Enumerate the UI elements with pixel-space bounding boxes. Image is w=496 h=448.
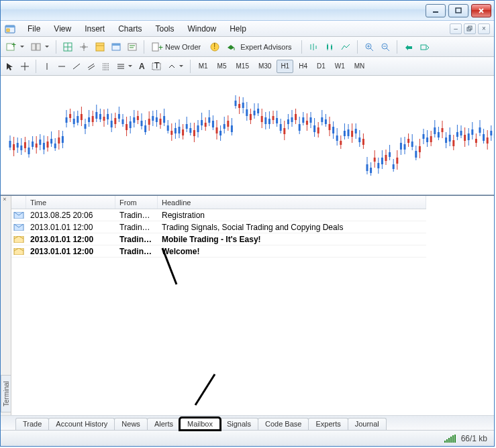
cursor-button[interactable] — [3, 59, 17, 74]
text-button[interactable]: A — [136, 59, 148, 74]
menu-insert[interactable]: Insert — [78, 21, 111, 36]
svg-rect-11 — [32, 44, 36, 50]
column-from[interactable]: From — [115, 196, 158, 209]
minimize-button[interactable] — [426, 4, 446, 17]
cell-time: 2013.01.01 12:00 — [26, 247, 115, 256]
svg-rect-257 — [374, 158, 376, 162]
tab-mailbox[interactable]: Mailbox — [180, 418, 220, 430]
mdi-restore-button[interactable] — [464, 23, 476, 34]
timeframe-mn[interactable]: MN — [350, 60, 369, 73]
candlestick-chart — [6, 77, 489, 194]
chart-shift-button[interactable] — [417, 40, 432, 54]
envelope-icon — [14, 236, 23, 243]
svg-rect-26 — [152, 43, 158, 51]
text-label-button[interactable]: T — [149, 59, 164, 74]
svg-rect-183 — [235, 101, 237, 106]
column-time[interactable]: Time — [26, 196, 115, 209]
svg-rect-177 — [224, 124, 226, 129]
svg-rect-167 — [205, 123, 207, 127]
crosshair-button[interactable] — [18, 59, 32, 74]
svg-rect-153 — [179, 127, 181, 133]
timeframe-m30[interactable]: M30 — [254, 60, 275, 73]
mdi-close-button[interactable]: × — [478, 23, 490, 34]
svg-rect-115 — [107, 114, 109, 119]
column-headline[interactable]: Headline — [158, 196, 426, 209]
expert-advisors-button[interactable]: Expert Advisors — [224, 40, 297, 54]
timeframe-w1[interactable]: W1 — [331, 60, 349, 73]
menu-help[interactable]: Help — [223, 21, 253, 36]
terminal-close-button[interactable]: × — [1, 197, 8, 203]
svg-rect-79 — [39, 139, 41, 145]
svg-rect-99 — [77, 116, 79, 123]
svg-rect-301 — [456, 132, 458, 137]
auto-scroll-button[interactable] — [401, 40, 416, 54]
menu-view[interactable]: View — [47, 21, 78, 36]
svg-rect-163 — [197, 125, 199, 132]
table-row[interactable]: 2013.08.25 20:06Trading ...Registration — [11, 209, 426, 221]
zoom-out-button[interactable] — [378, 40, 393, 54]
vertical-line-button[interactable] — [40, 59, 54, 74]
svg-rect-123 — [122, 119, 124, 124]
svg-rect-157 — [186, 124, 188, 129]
timeframe-m15[interactable]: M15 — [232, 60, 252, 73]
svg-text:!: ! — [213, 42, 215, 51]
market-watch-button[interactable] — [60, 40, 75, 54]
svg-rect-307 — [468, 133, 470, 140]
timeframe-d1[interactable]: D1 — [313, 60, 330, 73]
tab-code-base[interactable]: Code Base — [258, 418, 309, 430]
maximize-button[interactable] — [448, 4, 468, 17]
svg-rect-219 — [302, 117, 304, 123]
arrows-button[interactable] — [165, 59, 186, 74]
menu-file[interactable]: File — [21, 21, 47, 36]
line-chart-button[interactable] — [338, 40, 353, 54]
close-button[interactable] — [471, 4, 491, 17]
timeframe-m1[interactable]: M1 — [195, 60, 212, 73]
tab-alerts[interactable]: Alerts — [147, 418, 181, 430]
candle-chart-button[interactable] — [322, 40, 337, 54]
bar-chart-button[interactable] — [306, 40, 321, 54]
strategy-tester-button[interactable] — [125, 40, 140, 54]
menu-window[interactable]: Window — [181, 21, 224, 36]
fibonacci-button[interactable] — [99, 59, 113, 74]
tab-journal[interactable]: Journal — [348, 418, 387, 430]
column-icon[interactable] — [11, 196, 26, 209]
svg-line-39 — [370, 48, 373, 51]
table-row[interactable]: 2013.01.01 12:00Trading ...Welcome! — [11, 245, 426, 258]
timeframe-h1[interactable]: H1 — [277, 60, 293, 73]
tab-signals[interactable]: Signals — [219, 418, 258, 430]
menu-tools[interactable]: Tools — [149, 21, 181, 36]
cursor-icon — [6, 62, 14, 70]
terminal-button[interactable] — [109, 40, 123, 54]
svg-rect-73 — [28, 148, 30, 154]
table-row[interactable]: 2013.01.01 12:00Trading ...Mobile Tradin… — [11, 233, 426, 245]
cell-time: 2013.01.01 12:00 — [26, 235, 115, 244]
navigator-button[interactable] — [77, 40, 91, 54]
tab-trade[interactable]: Trade — [15, 418, 49, 430]
horizontal-line-button[interactable] — [55, 59, 68, 74]
timeframe-h4[interactable]: H4 — [295, 60, 311, 73]
mdi-minimize-button[interactable]: – — [450, 23, 462, 34]
channels-button[interactable] — [114, 59, 135, 74]
statusbar: 66/1 kb — [1, 430, 494, 446]
timeframe-m5[interactable]: M5 — [213, 60, 231, 73]
svg-rect-209 — [283, 128, 285, 134]
data-window-button[interactable] — [93, 40, 107, 54]
svg-rect-249 — [358, 137, 360, 142]
chart-area[interactable] — [1, 76, 494, 195]
cell-headline: Mobile Trading - It's Easy! — [158, 235, 426, 244]
zoom-in-button[interactable] — [362, 40, 377, 54]
equidistant-channel-button[interactable] — [85, 59, 98, 74]
svg-line-50 — [73, 64, 80, 69]
menu-charts[interactable]: Charts — [111, 21, 148, 36]
tab-news[interactable]: News — [114, 418, 148, 430]
trendline-button[interactable] — [70, 59, 83, 74]
profiles-button[interactable] — [28, 40, 52, 54]
table-header: Time From Headline — [11, 196, 426, 209]
tab-account-history[interactable]: Account History — [48, 418, 115, 430]
table-row[interactable]: 2013.01.01 12:00Trading ...Trading Signa… — [11, 221, 426, 233]
new-order-button[interactable]: + New Order — [148, 40, 206, 54]
tab-experts[interactable]: Experts — [308, 418, 348, 430]
new-chart-button[interactable]: + — [3, 40, 27, 54]
autotrading-button[interactable]: ! — [207, 40, 222, 54]
svg-rect-289 — [434, 127, 436, 134]
